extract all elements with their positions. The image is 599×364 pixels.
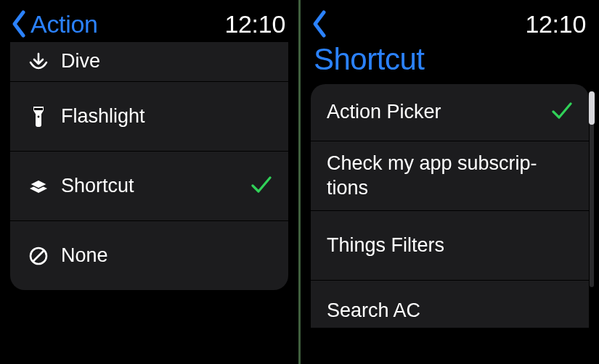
- back-chevron-icon[interactable]: [10, 8, 29, 40]
- list-item[interactable]: Search AC: [311, 280, 589, 328]
- list-item-label: Search AC: [327, 299, 573, 323]
- flashlight-icon: [26, 106, 51, 128]
- back-chevron-icon[interactable]: [311, 8, 330, 40]
- shortcut-list: Action Picker Check my app subscrip‐tion…: [311, 84, 589, 328]
- list-item-label: Dive: [61, 49, 272, 74]
- list-item[interactable]: Check my app subscrip‐tions: [311, 141, 589, 210]
- clock-time: 12:10: [525, 10, 586, 38]
- list-item[interactable]: Flashlight: [10, 81, 288, 151]
- watch-screen-action: Action 12:10 Dive Flashlight Shortcut: [0, 0, 298, 364]
- watch-screen-shortcut: 12:10 Shortcut Action Picker Check my ap…: [301, 0, 599, 364]
- checkmark-icon: [250, 175, 272, 198]
- list-item[interactable]: None: [10, 220, 288, 290]
- scrollbar-thumb[interactable]: [589, 91, 595, 125]
- list-item-label: Check my app subscrip‐tions: [327, 152, 573, 201]
- svg-rect-0: [34, 108, 43, 110]
- status-bar: Action 12:10: [0, 0, 298, 42]
- list-item-label: Action Picker: [327, 100, 551, 125]
- dive-icon: [26, 52, 51, 74]
- back-label[interactable]: Action: [30, 10, 98, 38]
- none-icon: [26, 245, 51, 267]
- checkmark-icon: [551, 101, 573, 124]
- action-list: Dive Flashlight Shortcut N: [10, 42, 288, 290]
- svg-line-3: [33, 250, 44, 262]
- list-item-label: Things Filters: [327, 233, 573, 258]
- list-item[interactable]: Dive: [10, 42, 288, 81]
- shortcut-icon: [26, 175, 51, 197]
- page-title: Shortcut: [301, 42, 599, 81]
- clock-time: 12:10: [224, 10, 285, 38]
- list-item[interactable]: Action Picker: [311, 84, 589, 141]
- svg-point-1: [38, 115, 40, 117]
- list-item-label: Shortcut: [61, 174, 250, 199]
- list-item-label: Flashlight: [61, 104, 272, 129]
- list-item-label: None: [61, 244, 272, 268]
- list-item[interactable]: Shortcut: [10, 151, 288, 220]
- status-bar: 12:10: [301, 0, 599, 42]
- list-item[interactable]: Things Filters: [311, 210, 589, 280]
